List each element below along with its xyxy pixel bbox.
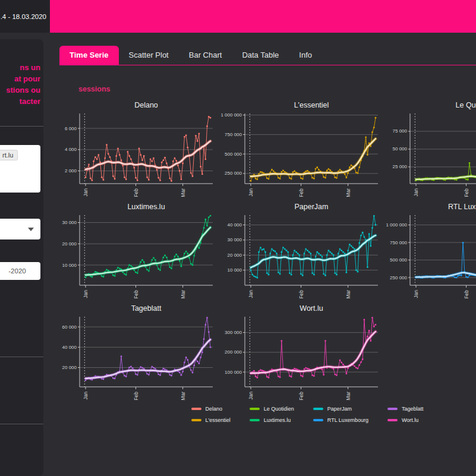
intro-line: stions ou <box>0 84 40 96</box>
navbar <box>50 0 476 33</box>
y-tick-label: 100 000 <box>225 370 242 375</box>
y-tick-label: 750 000 <box>390 240 407 245</box>
y-tick-label: 40 000 <box>62 345 77 350</box>
x-tick-label: Mar <box>345 188 351 197</box>
facet-title: L'essentiel <box>294 101 329 109</box>
legend-label: L'essentiel <box>206 417 231 423</box>
header-date-range: .4 - 18.03.2020 <box>0 0 50 33</box>
date-range-text: .4 - 18.03.2020 <box>1 13 46 20</box>
legend-item-luxtimes-lu: Luxtimes.lu <box>250 415 294 425</box>
legend-item-le-quotidien: Le Quotidien <box>250 404 294 414</box>
x-tick-label: Jan <box>83 188 89 197</box>
facet-tageblatt: Tageblatt20 00040 00060 000JanFebMar <box>59 302 225 404</box>
legend-label: Luxtimes.lu <box>264 417 291 423</box>
y-tick-label: 10 000 <box>228 267 242 273</box>
facet-plot-paperjam: PaperJam10 00020 00030 00040 000JanFebMa… <box>225 201 380 301</box>
chart-legend: DelanoL'essentielLe QuotidienLuxtimes.lu… <box>59 404 476 425</box>
legend-label: Wort.lu <box>402 417 418 423</box>
facets-grid: Delano2 0004 0006 000JanFebMarL'essentie… <box>59 99 476 404</box>
tab-bar: Time Serie Scatter Plot Bar Chart Data T… <box>59 46 476 65</box>
x-tick-label: Jan <box>83 290 89 298</box>
sidebar: ns un at pour stions ou tacter rt.lu -20… <box>0 39 43 476</box>
facet-plot-rtl-luxembourg: RTL Luxembourg250 000500 000750 0001 000… <box>390 201 476 301</box>
x-tick-label: Jan <box>83 392 89 400</box>
sidebar-divider <box>0 424 43 424</box>
facet-plot-tageblatt: Tageblatt20 00040 00060 000JanFebMar <box>59 302 215 402</box>
intro-line: ns un <box>0 62 40 73</box>
x-tick-label: Feb <box>133 188 139 197</box>
y-tick-label: 500 000 <box>225 152 242 157</box>
y-tick-label: 25 000 <box>393 164 408 169</box>
facet-title: Le Quotidien <box>456 101 476 109</box>
tab-bar-chart[interactable]: Bar Chart <box>179 46 232 65</box>
legend-label: RTL Luxembourg <box>327 417 368 423</box>
y-tick-label: 60 000 <box>62 324 77 330</box>
selected-site-chip[interactable]: rt.lu <box>0 150 18 160</box>
facet-luxtimes-lu: Luxtimes.lu10 00020 00030 000JanFebMar <box>59 201 225 302</box>
y-tick-label: 40 000 <box>228 222 242 228</box>
legend-item-l-essentiel: L'essentiel <box>191 415 231 425</box>
x-tick-label: Mar <box>180 188 186 197</box>
main-content: Time Serie Scatter Plot Bar Chart Data T… <box>44 33 476 476</box>
y-axis-caption: sessions <box>78 85 476 93</box>
sidebar-dropdown[interactable] <box>0 219 40 239</box>
y-tick-label: 1 000 000 <box>220 112 242 118</box>
x-tick-label: Feb <box>464 290 469 299</box>
legend-item-paperjam: PaperJam <box>313 404 368 414</box>
data-line <box>86 116 210 181</box>
smooth-line <box>251 138 376 176</box>
facet-plot-wort-lu: Wort.lu100 000200 000300 000JanFebMar <box>225 302 380 402</box>
y-tick-label: 20 000 <box>228 253 242 258</box>
legend-swatch <box>191 408 201 410</box>
y-tick-label: 30 000 <box>228 237 242 242</box>
y-tick-label: 20 000 <box>62 365 77 370</box>
intro-line: tacter <box>0 96 40 107</box>
x-tick-label: Feb <box>133 392 139 401</box>
facet-title: Wort.lu <box>300 304 323 313</box>
x-tick-label: Jan <box>413 290 419 298</box>
legend-item-delano: Delano <box>191 404 231 414</box>
legend-label: Tageblatt <box>402 406 424 412</box>
facet-delano: Delano2 0004 0006 000JanFebMar <box>59 99 225 201</box>
y-tick-label: 75 000 <box>393 128 408 134</box>
y-tick-label: 10 000 <box>62 263 77 268</box>
x-tick-label: Feb <box>133 290 139 299</box>
facet-plot-luxtimes-lu: Luxtimes.lu10 00020 00030 000JanFebMar <box>59 201 215 301</box>
y-tick-label: 300 000 <box>225 330 242 335</box>
tab-data-table[interactable]: Data Table <box>232 46 289 65</box>
legend-item-rtl-luxembourg: RTL Luxembourg <box>313 415 368 425</box>
legend-swatch <box>313 419 323 421</box>
facet-paperjam: PaperJam10 00020 00030 00040 000JanFebMa… <box>225 201 390 302</box>
x-tick-label: Jan <box>413 188 419 197</box>
date-input[interactable]: -2020 <box>0 262 40 280</box>
tab-scatter-plot[interactable]: Scatter Plot <box>119 46 179 65</box>
y-tick-label: 6 000 <box>65 126 77 131</box>
legend-swatch <box>387 408 398 410</box>
facet-title: PaperJam <box>295 203 329 211</box>
x-tick-label: Jan <box>248 290 254 298</box>
x-tick-label: Jan <box>248 392 254 400</box>
sidebar-divider <box>0 126 43 127</box>
legend-label: Le Quotidien <box>264 406 294 412</box>
charts-panel: sessions Delano2 0004 0006 000JanFebMarL… <box>59 80 476 425</box>
x-tick-label: Feb <box>298 290 304 299</box>
y-tick-label: 500 000 <box>390 257 407 263</box>
facet-title: Delano <box>134 101 158 109</box>
x-tick-label: Feb <box>298 392 304 401</box>
chevron-down-icon <box>28 228 34 231</box>
y-tick-label: 750 000 <box>225 132 242 137</box>
tab-info[interactable]: Info <box>289 46 322 65</box>
facet-title: Luxtimes.lu <box>127 203 165 211</box>
legend-swatch <box>313 408 323 410</box>
tab-time-serie[interactable]: Time Serie <box>59 46 119 65</box>
date-input-value: -2020 <box>8 267 26 275</box>
x-tick-label: Feb <box>464 188 469 197</box>
x-tick-label: Mar <box>345 290 351 299</box>
site-multiselect[interactable]: rt.lu <box>0 145 40 193</box>
y-tick-label: 250 000 <box>390 275 407 280</box>
facet-title: Tageblatt <box>131 304 162 313</box>
x-tick-label: Feb <box>298 188 304 197</box>
y-tick-label: 30 000 <box>62 220 77 225</box>
legend-swatch <box>250 408 260 410</box>
y-tick-label: 200 000 <box>225 349 242 355</box>
